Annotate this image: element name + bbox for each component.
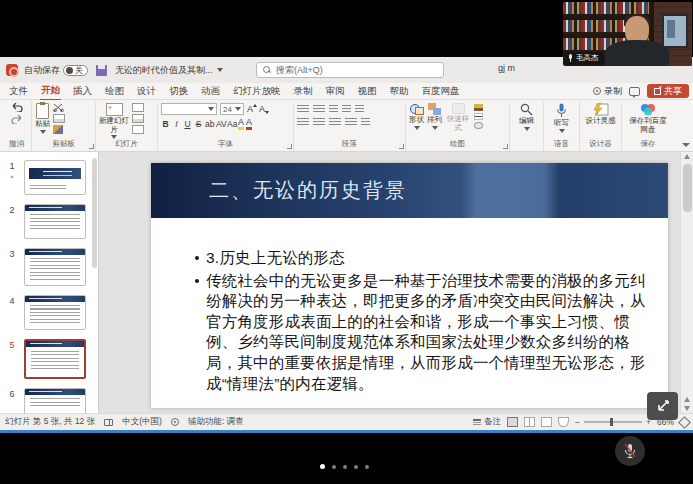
indent-decrease-icon[interactable] [329,105,338,114]
previous-slide-icon[interactable] [684,397,690,402]
slide-sorter-view-button[interactable] [524,417,535,427]
spellcheck-icon[interactable] [104,419,113,426]
redo-icon[interactable] [11,115,23,124]
thumbnail-slide-3[interactable]: 3 [0,248,98,286]
bullets-icon[interactable] [297,105,309,114]
line-spacing-icon[interactable] [355,105,364,114]
tab-baidu-netdisk[interactable]: 百度网盘 [421,83,461,100]
grow-font-icon[interactable]: A [247,104,256,114]
strikethrough-button[interactable]: S [194,119,203,129]
align-left-icon[interactable] [297,118,309,127]
tab-animations[interactable]: 动画 [200,83,221,100]
reading-view-button[interactable] [541,417,552,427]
thumbnail-slide-1[interactable]: 1 [0,160,98,195]
notes-button[interactable]: 备注 [473,416,501,428]
record-button[interactable]: 录制 [593,85,622,98]
reset-icon[interactable] [132,114,144,123]
character-spacing-button[interactable]: AV [216,119,225,129]
tab-view[interactable]: 视图 [357,83,378,100]
slideshow-view-button[interactable] [558,417,569,427]
slide-body[interactable]: 3.历史上无讼的形态 传统社会中的无讼更多是一种基于治理技术需要的消极的多元纠纷… [151,218,668,394]
account-name[interactable]: gj m [498,63,515,73]
dialog-launcher-icon[interactable] [287,144,292,149]
paste-button[interactable]: 粘贴 [35,103,50,134]
align-right-icon[interactable] [329,118,341,127]
thumbnail-slide-5-selected[interactable]: 5 [0,339,98,379]
current-slide[interactable]: 二、无讼的历史背景 3.历史上无讼的形态 传统社会中的无讼更多是一种基于治理技术… [151,163,668,408]
layout-icon[interactable] [132,103,144,112]
language-indicator[interactable]: 中文(中国) [122,416,162,428]
indent-increase-icon[interactable] [342,105,351,114]
normal-view-button[interactable] [507,417,518,427]
video-page-indicator[interactable] [320,464,369,469]
tab-record[interactable]: 录制 [293,83,314,100]
slide-title[interactable]: 二、无讼的历史背景 [151,177,407,204]
cut-icon[interactable] [53,103,64,112]
tab-home[interactable]: 开始 [40,82,61,101]
tab-review[interactable]: 审阅 [325,83,346,100]
shrink-font-icon[interactable]: A [259,104,268,114]
fit-to-window-icon[interactable] [678,416,691,429]
annotation-tool-button[interactable] [647,392,678,420]
copy-icon[interactable] [53,114,65,123]
font-color-icon[interactable]: A [246,118,252,130]
thumbnail-slide-4[interactable]: 4 [0,295,98,330]
scroll-up-icon[interactable] [684,154,690,159]
tab-design[interactable]: 设计 [136,83,157,100]
shape-outline-icon[interactable] [474,113,483,120]
align-center-icon[interactable] [313,118,325,127]
thumbnail-slide-6[interactable]: 6 [0,388,98,413]
save-icon[interactable] [96,65,107,76]
editing-button[interactable]: 编辑 [519,103,534,131]
tab-help[interactable]: 帮助 [389,83,410,100]
tab-draw[interactable]: 绘图 [104,83,125,100]
zoom-slider[interactable]: − + [575,417,651,427]
columns-icon[interactable] [361,118,370,127]
autosave-toggle[interactable]: 自动保存 关 [24,64,88,77]
italic-button[interactable]: I [172,119,181,129]
underline-button[interactable]: U [183,119,192,129]
next-slide-icon[interactable] [684,406,690,411]
share-button[interactable]: 共享 [647,84,689,98]
tab-slideshow[interactable]: 幻灯片放映 [232,83,282,100]
bullet-text-1: 3.历史上无讼的形态 [206,248,345,269]
tab-transitions[interactable]: 切换 [168,83,189,100]
search-input[interactable]: 搜索(Alt+Q) [256,62,444,78]
thumbnail-scrollbar[interactable] [92,158,97,268]
text-shadow-button[interactable]: ab [205,119,214,129]
shapes-button[interactable]: 形状 [409,103,424,130]
shape-effects-icon[interactable] [474,122,483,129]
dialog-launcher-icon[interactable] [399,144,404,149]
dialog-launcher-icon[interactable] [503,144,508,149]
vertical-scrollbar[interactable] [680,152,693,413]
bold-button[interactable]: B [161,119,170,129]
font-name-combo[interactable] [161,103,217,115]
save-to-baidu-button[interactable]: 保存到百度网盘 [628,103,668,134]
undo-icon[interactable] [11,103,23,112]
accessibility-status[interactable]: 辅助功能: 调查 [188,416,244,428]
font-size-combo[interactable]: 24 [220,103,244,115]
participant-video-tile[interactable]: 毛高杰 [563,2,692,66]
highlight-color-icon[interactable]: ​A [238,118,244,130]
format-painter-icon[interactable] [53,125,63,134]
mute-microphone-button[interactable] [615,436,645,466]
justify-icon[interactable] [345,118,357,127]
shape-fill-icon[interactable] [474,104,483,111]
tab-file[interactable]: 文件 [8,83,29,100]
dictate-button[interactable]: 听写 [554,103,569,133]
quick-styles-button[interactable]: 快速样式 [445,103,471,132]
section-icon[interactable] [132,125,144,134]
change-case-button[interactable]: Aa [227,119,236,129]
scrollbar-thumb[interactable] [683,164,692,212]
file-name[interactable]: 无讼的时代价值及其制... [115,64,223,77]
arrange-button[interactable]: 排列 [427,103,442,130]
collapse-ribbon-icon[interactable] [682,143,690,147]
thumbnail-slide-2[interactable]: 2 [0,204,98,239]
zoom-slider-thumb[interactable] [610,418,613,426]
dialog-launcher-icon[interactable] [89,144,94,149]
numbering-icon[interactable] [313,105,325,114]
new-slide-button[interactable]: 新建幻灯片 [99,103,129,139]
tab-insert[interactable]: 插入 [72,83,93,100]
design-ideas-button[interactable]: 设计灵感 [586,103,616,126]
comments-icon[interactable] [629,87,640,96]
